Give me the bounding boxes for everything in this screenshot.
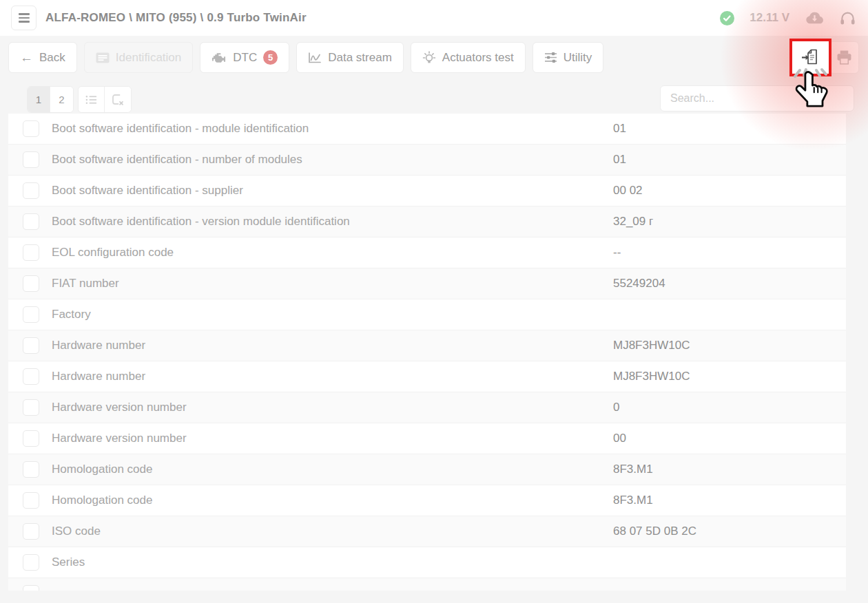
row-label: Boot software identification - number of…	[52, 153, 302, 167]
row-value: 0	[613, 401, 619, 414]
row-checkbox[interactable]	[23, 151, 39, 168]
hamburger-icon	[19, 13, 30, 23]
page-button-2[interactable]: 2	[50, 87, 73, 112]
lightbulb-icon	[422, 51, 436, 65]
row-checkbox[interactable]	[23, 585, 39, 591]
table-row: Homologation code 8F3.M1	[8, 454, 846, 485]
table-row: FIAT number 55249204	[8, 268, 846, 299]
clear-selection-button[interactable]	[105, 87, 131, 112]
row-label: Boot software identification - supplier	[52, 184, 243, 198]
export-report-icon	[801, 47, 820, 66]
row-checkbox[interactable]	[23, 554, 39, 571]
row-value: 8F3.M1	[613, 463, 653, 476]
table-row: Hardware number MJ8F3HW10C	[8, 330, 846, 361]
row-label: Factory	[52, 308, 91, 321]
row-label: Boot software identification - module id…	[52, 122, 309, 136]
row-value: MJ8F3HW10C	[613, 370, 690, 383]
row-checkbox[interactable]	[23, 492, 39, 509]
row-label: Hardware version number	[52, 401, 187, 414]
row-checkbox[interactable]	[23, 430, 39, 447]
tab-identification: Identification	[84, 42, 193, 73]
row-value: 68 07 5D 0B 2C	[613, 525, 696, 538]
row-value: 8F3.M1	[613, 494, 653, 507]
sliders-icon	[544, 52, 557, 63]
row-label: FIAT number	[52, 277, 119, 290]
row-value: 01	[613, 122, 626, 136]
table-row: ISO code 68 07 5D 0B 2C	[8, 516, 846, 547]
tab-actuators-test[interactable]: Actuators test	[411, 42, 526, 73]
table-row: Hardware version number 00	[8, 423, 846, 454]
table-row: EOL configuration code --	[8, 237, 846, 268]
export-report-button[interactable]	[801, 47, 820, 69]
list-view-icon	[85, 95, 97, 105]
row-checkbox[interactable]	[23, 306, 39, 323]
table[interactable]: Boot software identification - module id…	[8, 114, 846, 591]
table-row: Factory	[8, 299, 846, 330]
table-row: Boot software identification - number of…	[8, 145, 846, 176]
tab-utility[interactable]: Utility	[533, 42, 604, 73]
back-arrow-icon: ←	[20, 51, 33, 64]
back-button[interactable]: ← Back	[8, 42, 77, 73]
table-row	[8, 578, 846, 591]
table-row: Boot software identification - supplier …	[8, 176, 846, 207]
row-checkbox[interactable]	[23, 399, 39, 416]
row-value: MJ8F3HW10C	[613, 339, 690, 352]
vehicle-breadcrumb-title: ALFA-ROMEO \ MITO (955) \ 0.9 Turbo Twin…	[45, 0, 307, 36]
row-checkbox[interactable]	[23, 523, 39, 540]
tab-dtc[interactable]: DTC 5	[200, 42, 289, 73]
cloud-download-icon[interactable]	[805, 11, 825, 25]
row-label: Hardware version number	[52, 432, 187, 445]
view-tools	[78, 86, 132, 113]
table-row: Series	[8, 547, 846, 578]
table-row: Boot software identification - module id…	[8, 114, 846, 145]
id-card-icon	[96, 52, 110, 63]
row-checkbox[interactable]	[23, 368, 39, 385]
table-row: Boot software identification - version m…	[8, 207, 846, 237]
row-label: Homologation code	[52, 463, 152, 476]
page-button-1[interactable]: 1	[28, 87, 50, 112]
row-checkbox[interactable]	[23, 120, 39, 137]
row-checkbox[interactable]	[23, 244, 39, 261]
row-value: 00 02	[613, 184, 643, 198]
row-label: ISO code	[52, 525, 101, 538]
print-button[interactable]	[829, 41, 859, 74]
search-input[interactable]	[660, 85, 854, 112]
row-label: Boot software identification - version m…	[52, 215, 350, 229]
row-checkbox[interactable]	[23, 337, 39, 354]
battery-voltage: 12.11 V	[750, 11, 789, 25]
connection-status-check-icon	[720, 11, 734, 25]
row-value: 55249204	[613, 277, 665, 290]
list-view-button[interactable]	[79, 87, 105, 112]
row-value: 32_09 г	[613, 215, 653, 229]
dtc-count-badge: 5	[263, 50, 278, 65]
line-chart-icon	[308, 52, 322, 64]
table-row: Homologation code 8F3.M1	[8, 485, 846, 516]
row-value: 01	[613, 153, 626, 167]
row-checkbox[interactable]	[23, 213, 39, 230]
headphones-icon[interactable]	[840, 10, 856, 26]
pagination: 1 2	[27, 86, 74, 113]
row-checkbox[interactable]	[23, 461, 39, 478]
table-row: Hardware version number 0	[8, 392, 846, 423]
row-value: 00	[613, 432, 626, 445]
row-value: --	[613, 246, 621, 260]
row-checkbox[interactable]	[23, 275, 39, 292]
table-row: Hardware number MJ8F3HW10C	[8, 361, 846, 392]
clear-selection-icon	[112, 94, 124, 106]
row-label: Homologation code	[52, 494, 152, 507]
row-label: Hardware number	[52, 339, 145, 352]
check-engine-icon	[211, 52, 227, 63]
tab-data-stream[interactable]: Data stream	[296, 42, 404, 73]
printer-icon	[836, 50, 852, 65]
hamburger-menu-button[interactable]	[11, 6, 37, 30]
row-label: Series	[52, 556, 85, 569]
red-highlight-box	[789, 39, 831, 76]
toolbar: ← Back Identification DTC 5 Data stream	[8, 42, 603, 73]
row-label: EOL configuration code	[52, 246, 174, 260]
row-checkbox[interactable]	[23, 182, 39, 199]
row-label: Hardware number	[52, 370, 145, 383]
top-bar: ALFA-ROMEO \ MITO (955) \ 0.9 Turbo Twin…	[0, 0, 868, 36]
